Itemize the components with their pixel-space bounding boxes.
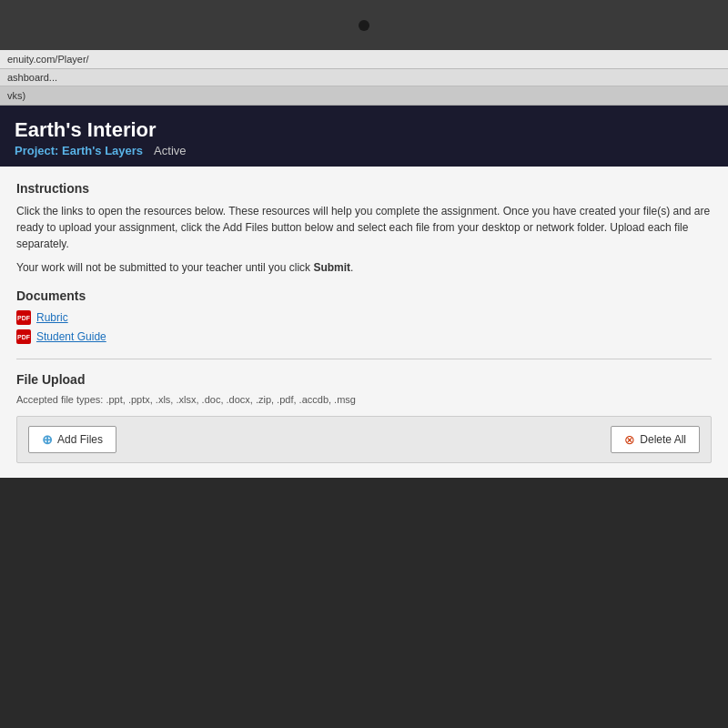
file-upload-section: File Upload Accepted file types: .ppt, .… <box>16 372 712 463</box>
camera-dot <box>359 20 369 31</box>
content-body: Instructions Click the links to open the… <box>0 167 728 478</box>
documents-section: Documents PDF Rubric PDF Student Guide <box>16 288 712 344</box>
main-content: Earth's Interior Project: Earth's Layers… <box>0 106 728 478</box>
delete-icon: ⊗ <box>624 432 635 447</box>
page-subtitle: Project: Earth's Layers Active <box>15 144 713 157</box>
rubric-link[interactable]: Rubric <box>36 311 68 324</box>
add-files-label: Add Files <box>57 433 103 446</box>
add-icon: ⊕ <box>42 432 53 447</box>
file-upload-title: File Upload <box>16 372 712 387</box>
breadcrumb-text: ashboard... <box>7 72 57 83</box>
project-name: Project: Earth's Layers <box>15 144 143 157</box>
delete-all-button[interactable]: ⊗ Delete All <box>611 426 700 453</box>
rubric-link-row: PDF Rubric <box>16 310 712 325</box>
address-text: enuity.com/Player/ <box>7 54 89 65</box>
student-guide-link-row: PDF Student Guide <box>16 329 712 344</box>
address-bar[interactable]: enuity.com/Player/ <box>0 50 728 69</box>
submit-word: Submit <box>313 261 350 274</box>
browser-chrome: enuity.com/Player/ ashboard... vks) <box>0 50 728 106</box>
instructions-body: Click the links to open the resources be… <box>16 203 712 252</box>
submit-note-suffix: . <box>350 261 353 274</box>
accepted-types-text: Accepted file types: .ppt, .pptx, .xls, … <box>16 394 712 405</box>
submit-note: Your work will not be submitted to your … <box>16 261 712 274</box>
delete-all-label: Delete All <box>640 433 686 446</box>
documents-title: Documents <box>16 288 712 303</box>
breadcrumb-bar: ashboard... <box>0 69 728 86</box>
add-files-button[interactable]: ⊕ Add Files <box>28 426 116 453</box>
device-bezel <box>0 0 728 50</box>
submit-note-prefix: Your work will not be submitted to your … <box>16 261 313 274</box>
instructions-title: Instructions <box>16 181 712 196</box>
student-guide-link[interactable]: Student Guide <box>36 330 106 343</box>
divider <box>16 359 712 359</box>
student-guide-pdf-icon: PDF <box>16 329 31 344</box>
status-badge: Active <box>154 144 186 157</box>
page-header: Earth's Interior Project: Earth's Layers… <box>0 106 728 167</box>
tab-bar[interactable]: vks) <box>0 86 728 106</box>
tab-text: vks) <box>7 90 25 101</box>
rubric-pdf-icon: PDF <box>16 310 31 325</box>
page-title: Earth's Interior <box>15 118 713 142</box>
upload-actions-bar: ⊕ Add Files ⊗ Delete All <box>16 416 712 463</box>
